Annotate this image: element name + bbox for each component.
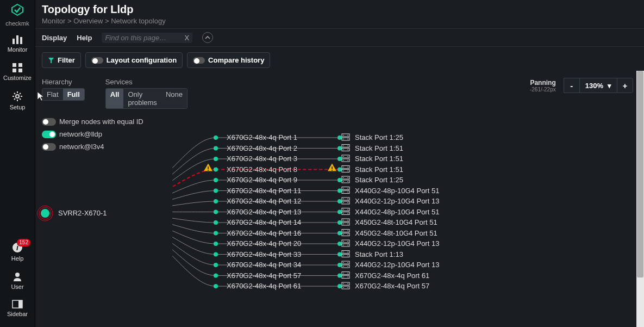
port-node[interactable] bbox=[214, 231, 218, 236]
layout-config-button[interactable]: Layout configuration bbox=[85, 52, 183, 68]
filter-button[interactable]: Filter bbox=[42, 52, 81, 68]
menu-help[interactable]: Help bbox=[77, 34, 92, 42]
device-icon[interactable] bbox=[342, 240, 349, 246]
remote-label[interactable]: Stack Port 1:51 bbox=[355, 165, 403, 174]
port-node[interactable] bbox=[214, 157, 218, 161]
port-node[interactable] bbox=[337, 168, 342, 172]
port-label[interactable]: X670G2-48x-4q Port 57 bbox=[227, 272, 301, 280]
port-node[interactable] bbox=[337, 274, 342, 278]
scrollbar-thumb[interactable] bbox=[637, 71, 643, 277]
port-node[interactable] bbox=[337, 231, 342, 236]
remote-label[interactable]: X450G2-48t-10G4 Port 51 bbox=[355, 218, 437, 226]
port-node[interactable] bbox=[214, 178, 218, 182]
port-label[interactable]: X670G2-48x-4q Port 20 bbox=[227, 239, 301, 248]
root-node[interactable]: SVRR2-X670-1 bbox=[36, 205, 107, 222]
port-node[interactable] bbox=[214, 274, 218, 278]
scrollbar[interactable] bbox=[636, 71, 644, 327]
zoom-in-button[interactable]: + bbox=[617, 78, 633, 93]
port-node[interactable] bbox=[337, 210, 342, 214]
remote-label[interactable]: X440G2-48p-10G4 Port 51 bbox=[355, 208, 439, 216]
device-icon[interactable] bbox=[342, 230, 349, 236]
remote-label[interactable]: X450G2-48t-10G4 Port 51 bbox=[355, 229, 437, 237]
port-label[interactable]: X670G2-48x-4q Port 8 bbox=[227, 165, 297, 174]
chevron-up-icon[interactable] bbox=[202, 32, 213, 43]
port-node[interactable] bbox=[214, 242, 218, 246]
device-icon[interactable] bbox=[342, 208, 349, 215]
port-node[interactable] bbox=[337, 135, 342, 140]
port-node[interactable] bbox=[214, 189, 218, 193]
breadcrumb[interactable]: Monitor > Overview > Network topology bbox=[42, 17, 637, 25]
toggle-l3v4-switch[interactable] bbox=[42, 143, 56, 151]
device-icon[interactable] bbox=[342, 187, 349, 194]
port-node[interactable] bbox=[337, 146, 342, 151]
zoom-out-button[interactable]: - bbox=[564, 78, 580, 93]
port-node[interactable] bbox=[214, 146, 218, 151]
remote-label[interactable]: X670G2-48x-4q Port 61 bbox=[355, 272, 429, 280]
zoom-value[interactable]: 130% ▾ bbox=[580, 78, 617, 93]
nav-sidebar[interactable]: Sidebar bbox=[0, 300, 35, 317]
nav-user[interactable]: User bbox=[0, 272, 35, 290]
device-icon[interactable] bbox=[342, 155, 349, 162]
menu-display[interactable]: Display bbox=[42, 34, 67, 42]
nav-customize[interactable]: Customize bbox=[0, 63, 35, 81]
port-label[interactable]: X670G2-48x-4q Port 34 bbox=[227, 261, 301, 269]
port-node[interactable] bbox=[337, 252, 342, 257]
remote-label[interactable]: Stack Port 1:13 bbox=[355, 250, 403, 258]
port-node[interactable] bbox=[337, 199, 342, 203]
services-only-problems[interactable]: Only problems bbox=[123, 89, 161, 108]
toggle-lldp-switch[interactable] bbox=[42, 131, 56, 138]
hierarchy-full[interactable]: Full bbox=[63, 89, 84, 100]
port-label[interactable]: X670G2-48x-4q Port 16 bbox=[227, 229, 301, 237]
port-node[interactable] bbox=[337, 284, 342, 288]
services-all[interactable]: All bbox=[106, 89, 124, 108]
port-label[interactable]: X670G2-48x-4q Port 13 bbox=[227, 208, 301, 216]
port-node[interactable] bbox=[337, 242, 342, 246]
port-label[interactable]: X670G2-48x-4q Port 61 bbox=[227, 282, 301, 290]
remote-label[interactable]: Stack Port 1:25 bbox=[355, 176, 403, 184]
nav-monitor[interactable]: Monitor bbox=[0, 34, 35, 53]
remote-label[interactable]: Stack Port 1:51 bbox=[355, 155, 403, 163]
port-node[interactable] bbox=[214, 220, 218, 225]
hierarchy-flat[interactable]: Flat bbox=[42, 89, 63, 100]
toggle-merge-switch[interactable] bbox=[42, 118, 56, 126]
device-icon[interactable] bbox=[342, 261, 349, 268]
port-label[interactable]: X670G2-48x-4q Port 2 bbox=[227, 144, 297, 152]
remote-label[interactable]: X440G2-12p-10G4 Port 13 bbox=[355, 239, 439, 248]
device-icon[interactable] bbox=[342, 219, 349, 225]
remote-label[interactable]: Stack Port 1:51 bbox=[355, 144, 403, 152]
port-label[interactable]: X670G2-48x-4q Port 11 bbox=[227, 187, 301, 195]
compare-history-button[interactable]: Compare history bbox=[187, 52, 270, 68]
port-node[interactable] bbox=[214, 199, 218, 203]
port-label[interactable]: X670G2-48x-4q Port 9 bbox=[227, 176, 297, 184]
device-icon[interactable] bbox=[342, 166, 349, 172]
remote-label[interactable]: X440G2-12p-10G4 Port 13 bbox=[355, 261, 439, 269]
device-icon[interactable] bbox=[342, 198, 349, 204]
port-node[interactable] bbox=[214, 168, 218, 172]
device-icon[interactable] bbox=[342, 282, 349, 289]
device-icon[interactable] bbox=[342, 145, 349, 151]
remote-label[interactable]: X440G2-48p-10G4 Port 51 bbox=[355, 187, 439, 195]
port-node[interactable] bbox=[214, 263, 218, 267]
port-node[interactable] bbox=[214, 284, 218, 288]
nav-setup[interactable]: Setup bbox=[0, 91, 35, 110]
port-node[interactable] bbox=[214, 135, 218, 140]
port-label[interactable]: X670G2-48x-4q Port 12 bbox=[227, 197, 301, 205]
port-node[interactable] bbox=[214, 252, 218, 257]
device-icon[interactable] bbox=[342, 134, 349, 140]
remote-label[interactable]: Stack Port 1:25 bbox=[355, 133, 403, 141]
device-icon[interactable] bbox=[342, 272, 349, 279]
device-icon[interactable] bbox=[342, 251, 349, 257]
clear-search-icon[interactable]: X bbox=[184, 34, 189, 42]
port-label[interactable]: X670G2-48x-4q Port 3 bbox=[227, 155, 297, 163]
port-label[interactable]: X670G2-48x-4q Port 1 bbox=[227, 133, 297, 141]
port-node[interactable] bbox=[337, 178, 342, 182]
remote-label[interactable]: X670G2-48x-4q Port 57 bbox=[355, 282, 429, 290]
port-label[interactable]: X670G2-48x-4q Port 33 bbox=[227, 250, 301, 258]
nav-help[interactable]: 152 i Help bbox=[0, 242, 35, 262]
port-node[interactable] bbox=[337, 157, 342, 161]
port-label[interactable]: X670G2-48x-4q Port 14 bbox=[227, 218, 301, 226]
device-icon[interactable] bbox=[342, 176, 349, 183]
port-node[interactable] bbox=[337, 263, 342, 267]
port-node[interactable] bbox=[337, 189, 342, 193]
port-node[interactable] bbox=[337, 220, 342, 225]
